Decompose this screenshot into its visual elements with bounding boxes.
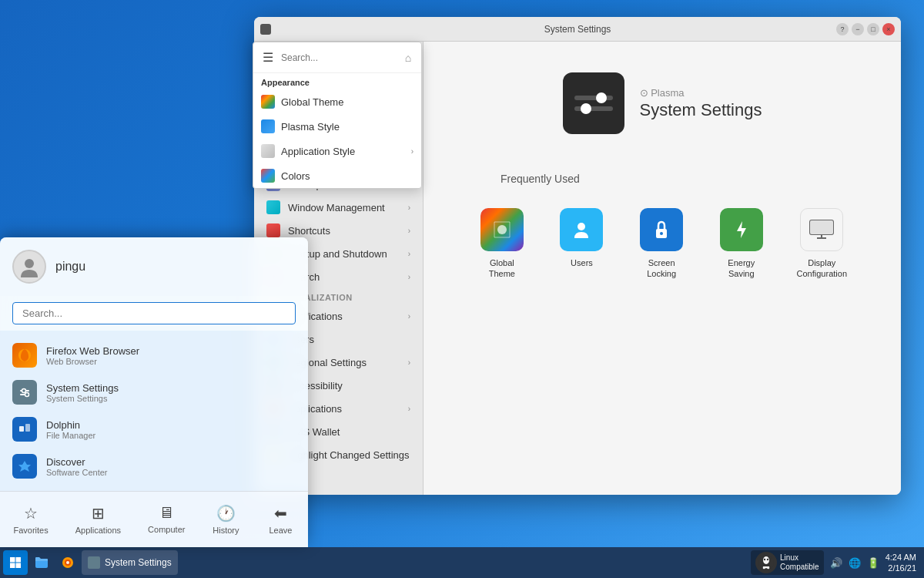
dolphin-desc: File Manager [46,431,95,440]
freq-label-screen-locking: Screen Locking [637,257,686,280]
svg-point-1 [578,223,585,230]
arrow-icon: › [408,358,410,367]
launcher-btn-history[interactable]: 🕐 History [203,499,249,539]
taskbar-active-settings[interactable]: System Settings [82,550,178,575]
freq-item-screen-locking[interactable]: Screen Locking [629,200,694,287]
svg-point-32 [767,559,768,560]
arrow-icon: › [408,250,410,258]
settings-header-text: ⊙ Plasma System Settings [640,87,762,120]
launcher-app-system-settings[interactable]: System Settings System Settings [0,374,308,411]
arrow-icon: › [408,405,410,413]
launcher-username: pingu [55,260,85,274]
dolphin-name: Dolphin [46,419,95,431]
dropdown-search-bar: ☰ ⌂ [253,42,421,73]
svg-point-9 [25,259,34,268]
freq-item-global-theme[interactable]: Global Theme [470,200,534,287]
taskbar-active-app-label: System Settings [105,557,172,568]
global-theme-freq-icon [480,208,524,251]
linux-compat-logo [755,552,777,573]
svg-rect-6 [810,220,833,234]
linux-compat-label2: Compatible [780,563,819,572]
dropdown-search-input[interactable] [281,52,397,63]
settings-window-title: System Settings [544,24,611,35]
sidebar-item-window-management[interactable]: Window Management › [254,196,423,219]
browser-taskbar-btn[interactable] [55,550,80,575]
svg-rect-18 [25,424,30,432]
linux-compat-text: Linux Compatible [780,553,819,572]
taskbar-left: System Settings [0,550,181,575]
launcher-search-input[interactable] [12,302,296,324]
dropdown-label-plasma-style: Plasma Style [281,121,340,133]
minimize-button[interactable]: − [852,23,864,35]
freq-label-display-configuration: Display Configuration [797,257,847,280]
svg-point-0 [497,225,507,234]
app-launcher: pingu Firefox Web Browser Web Browser [0,237,308,547]
network-icon[interactable]: 🌐 [847,556,862,570]
shortcuts-icon [266,223,280,237]
applications-label: Applications [75,526,121,535]
dropdown-app-style-icon [261,144,275,158]
start-button[interactable] [3,550,28,575]
freq-label-energy-saving: Energy Saving [717,257,766,280]
discover-info: Discover Software Center [46,456,107,477]
battery-icon[interactable]: 🔋 [865,556,881,570]
settings-logo [563,72,624,134]
settings-titlebar: System Settings ? − □ × [254,17,901,42]
display-freq-icon [800,208,843,251]
dropdown-item-plasma-style[interactable]: Plasma Style [253,114,421,139]
svg-point-15 [25,393,29,397]
dropdown-item-application-style[interactable]: Application Style › [253,139,421,163]
svg-rect-21 [10,557,15,563]
close-button[interactable]: × [882,23,895,35]
help-button[interactable]: ? [836,23,849,35]
launcher-app-dolphin[interactable]: Dolphin File Manager [0,411,308,448]
launcher-btn-computer[interactable]: 🖥 Computer [139,499,194,539]
hamburger-icon[interactable]: ☰ [259,47,276,68]
settings-main-title: System Settings [640,100,762,120]
system-settings-icon [12,380,37,405]
taskbar-clock[interactable]: 4:24 AM 2/16/21 [886,552,916,574]
volume-icon[interactable]: 🔊 [829,556,844,570]
launcher-search-box [0,296,308,331]
leave-label: Leave [269,526,292,535]
dropdown-home-button[interactable]: ⌂ [401,50,415,66]
sidebar-label-window-management: Window Management [288,202,385,213]
users-freq-icon [560,208,603,251]
dropdown-item-colors[interactable]: Colors [253,163,421,188]
frequently-used-grid: Global Theme Users [470,200,855,287]
leave-icon: ⬅ [274,504,287,523]
computer-icon: 🖥 [159,504,174,522]
firefox-app-name: Firefox Web Browser [46,345,139,357]
maximize-button[interactable]: □ [867,23,879,35]
settings-main: ⊙ Plasma System Settings Frequently Used… [424,42,901,495]
launcher-top: pingu [0,237,308,296]
settings-header: ⊙ Plasma System Settings [563,72,762,134]
sidebar-label-shortcuts: Shortcuts [288,225,330,237]
freq-item-energy-saving[interactable]: Energy Saving [709,200,774,287]
dropdown-colors-icon [261,169,275,183]
launcher-app-discover[interactable]: Discover Software Center [0,448,308,485]
freq-item-display-configuration[interactable]: Display Configuration [789,200,855,287]
dropdown-item-global-theme[interactable]: Global Theme [253,89,421,114]
svg-point-30 [763,556,769,564]
svg-rect-17 [19,426,24,432]
launcher-app-firefox[interactable]: Firefox Web Browser Web Browser [0,337,308,374]
dropdown-global-theme-icon [261,95,275,109]
settings-taskbar-icon [88,556,100,569]
taskbar-right: Linux Compatible 🔊 🌐 🔋 4:24 AM 2/16/21 [751,550,924,575]
arrow-icon: › [408,273,410,281]
system-settings-name: System Settings [46,382,119,394]
dropdown-label-colors: Colors [281,170,310,182]
launcher-btn-leave[interactable]: ⬅ Leave [257,499,303,539]
clock-date: 2/16/21 [886,563,916,573]
taskbar: System Settings Linux Compatible 🔊 🌐 [0,547,924,578]
dropdown-section-label: Appearance [253,73,421,89]
file-manager-taskbar-btn[interactable] [29,550,54,575]
freq-item-users[interactable]: Users [550,200,614,287]
appearance-dropdown: ☰ ⌂ Appearance Global Theme Plasma Style… [253,42,422,189]
freq-label-global-theme: Global Theme [477,257,527,280]
launcher-btn-favorites[interactable]: ☆ Favorites [5,499,58,539]
screen-locking-freq-icon [640,208,683,251]
launcher-btn-applications[interactable]: ⊞ Applications [66,499,130,539]
firefox-icon [12,343,37,368]
